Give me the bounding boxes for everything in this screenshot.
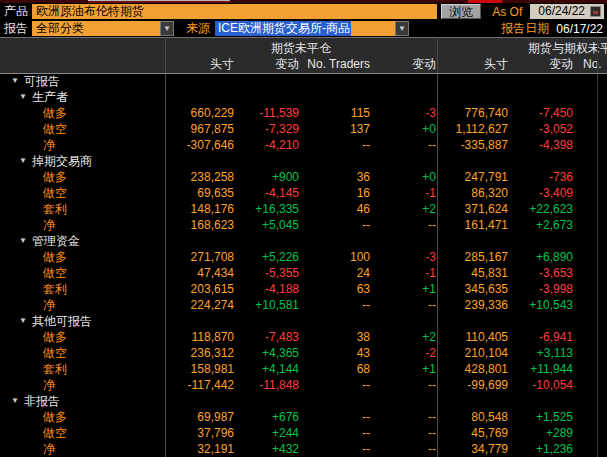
cell-pos: 224,274 bbox=[165, 297, 238, 313]
collapse-triangle-icon[interactable]: ▼ bbox=[19, 153, 27, 169]
cell-no2 bbox=[577, 313, 607, 329]
cell-chg: +5,226 bbox=[238, 249, 303, 265]
cell-traders: -- bbox=[303, 441, 374, 457]
source-dropdown-arrow-icon[interactable]: ▼ bbox=[395, 21, 409, 36]
cell-chg: +900 bbox=[238, 169, 303, 185]
cell-pos2 bbox=[437, 73, 512, 89]
row-label: 套利 bbox=[43, 201, 67, 217]
category-cell: ▼管理资金 bbox=[0, 233, 165, 249]
cell-no2 bbox=[577, 105, 607, 121]
cell-tchg: +0 bbox=[374, 169, 437, 185]
calendar-icon[interactable] bbox=[590, 6, 601, 17]
row-label: 做多 bbox=[43, 249, 67, 265]
cell-chg2: +1,525 bbox=[512, 409, 577, 425]
cell-pos bbox=[165, 233, 238, 249]
change-column-header: 变动 bbox=[238, 55, 303, 73]
category-cell: 做多 bbox=[0, 329, 165, 345]
table-row: 净168,623+5,045----161,471+2,673 bbox=[0, 217, 607, 233]
as-of-date-field[interactable]: 06/24/22 bbox=[530, 4, 604, 19]
cell-tchg: -3 bbox=[374, 105, 437, 121]
cell-pos: 168,623 bbox=[165, 217, 238, 233]
row-label: 净 bbox=[43, 441, 55, 457]
cell-no2 bbox=[577, 297, 607, 313]
cell-chg bbox=[238, 313, 303, 329]
browse-button[interactable]: 浏览 bbox=[441, 4, 481, 19]
table-header: 期货未平仓 期货与期权未平仓 头寸 变动 No. Traders 变动 头寸 变… bbox=[0, 37, 607, 73]
cell-pos2: 428,801 bbox=[437, 361, 512, 377]
header-separator-line bbox=[0, 73, 607, 74]
cell-no2 bbox=[577, 201, 607, 217]
row-label[interactable]: 掉期交易商 bbox=[32, 153, 92, 169]
change2-column-header: 变动 bbox=[512, 55, 577, 73]
cell-no2 bbox=[577, 217, 607, 233]
cell-tchg: -- bbox=[374, 409, 437, 425]
row-label[interactable]: 其他可报告 bbox=[32, 313, 92, 329]
report-type-dropdown[interactable]: 全部分类 bbox=[32, 21, 160, 36]
cell-pos2: 285,167 bbox=[437, 249, 512, 265]
report-dropdown-arrow-icon[interactable]: ▼ bbox=[160, 21, 174, 36]
row-label[interactable]: 可报告 bbox=[24, 73, 60, 89]
table-row: 做空967,875-7,329137+01,112,627-3,052 bbox=[0, 121, 607, 137]
row-label[interactable]: 生产者 bbox=[32, 89, 68, 105]
category-cell: 做空 bbox=[0, 425, 165, 441]
futures-options-oi-group-header: 期货与期权未平仓 bbox=[528, 40, 607, 57]
cell-traders: -- bbox=[303, 217, 374, 233]
cell-pos bbox=[165, 89, 238, 105]
cell-no2 bbox=[577, 425, 607, 441]
category-cell: ▼非报告 bbox=[0, 393, 165, 409]
cell-no2 bbox=[577, 393, 607, 409]
cell-no2 bbox=[577, 137, 607, 153]
category-cell: 净 bbox=[0, 137, 165, 153]
cell-pos: 158,981 bbox=[165, 361, 238, 377]
cell-pos2: 1,112,627 bbox=[437, 121, 512, 137]
collapse-triangle-icon[interactable]: ▼ bbox=[11, 73, 19, 89]
cell-tchg bbox=[374, 153, 437, 169]
cell-traders bbox=[303, 313, 374, 329]
cell-tchg: -- bbox=[374, 425, 437, 441]
table-row: 做多238,258+90036+0247,791-736 bbox=[0, 169, 607, 185]
cell-tchg bbox=[374, 393, 437, 409]
cell-chg2: +1,236 bbox=[512, 441, 577, 457]
column-divider bbox=[165, 37, 166, 457]
cell-chg2: -3,653 bbox=[512, 265, 577, 281]
cell-pos2: 161,471 bbox=[437, 217, 512, 233]
table-row: 做多118,870-7,48338+2110,405-6,941 bbox=[0, 329, 607, 345]
as-of-date-value: 06/24/22 bbox=[538, 4, 585, 19]
cell-chg bbox=[238, 393, 303, 409]
cell-chg2: -3,052 bbox=[512, 121, 577, 137]
cell-chg: -11,848 bbox=[238, 377, 303, 393]
cell-no2 bbox=[577, 409, 607, 425]
cell-pos: 967,875 bbox=[165, 121, 238, 137]
cell-chg: +432 bbox=[238, 441, 303, 457]
row-label: 做空 bbox=[43, 185, 67, 201]
cell-chg2: -3,998 bbox=[512, 281, 577, 297]
collapse-triangle-icon[interactable]: ▼ bbox=[19, 89, 27, 105]
cell-no2 bbox=[577, 185, 607, 201]
collapse-triangle-icon[interactable]: ▼ bbox=[19, 313, 27, 329]
collapse-triangle-icon[interactable]: ▼ bbox=[19, 233, 27, 249]
row-label: 做空 bbox=[43, 345, 67, 361]
product-row: 产品 欧洲原油布伦特期货 浏览 As Of 06/24/22 bbox=[0, 3, 607, 20]
cell-tchg: -- bbox=[374, 441, 437, 457]
row-label: 净 bbox=[43, 137, 55, 153]
cell-tchg: -- bbox=[374, 297, 437, 313]
group-row: ▼可报告 bbox=[0, 73, 607, 89]
category-cell: 做多 bbox=[0, 169, 165, 185]
right-edge-divider bbox=[597, 37, 598, 457]
cell-pos2: 239,336 bbox=[437, 297, 512, 313]
table-body: ▼可报告▼生产者做多660,229-11,539115-3776,740-7,4… bbox=[0, 73, 607, 457]
cell-no2 bbox=[577, 361, 607, 377]
cell-chg2: +2,673 bbox=[512, 217, 577, 233]
cell-no2 bbox=[577, 441, 607, 457]
row-label[interactable]: 管理资金 bbox=[32, 233, 80, 249]
category-cell: 做空 bbox=[0, 265, 165, 281]
source-dropdown[interactable]: ICE欧洲期货交易所-商品 bbox=[215, 21, 395, 36]
product-input[interactable]: 欧洲原油布伦特期货 bbox=[32, 4, 437, 19]
row-label[interactable]: 非报告 bbox=[24, 393, 60, 409]
cell-no2 bbox=[577, 249, 607, 265]
cell-pos bbox=[165, 393, 238, 409]
collapse-triangle-icon[interactable]: ▼ bbox=[11, 393, 19, 409]
toolbar-strip-box bbox=[88, 0, 230, 3]
as-of-label: As Of bbox=[492, 5, 522, 19]
row-label: 套利 bbox=[43, 361, 67, 377]
